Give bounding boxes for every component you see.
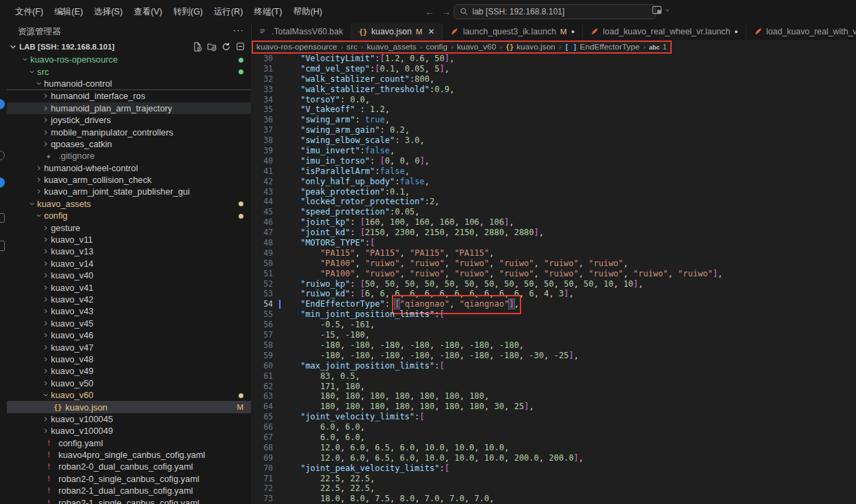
code-line-38[interactable]: 38 "swing_elbow_scale": 3.0,: [251, 135, 856, 146]
breadcrumb-item-1[interactable]: abc1: [649, 42, 667, 52]
code-line-70[interactable]: 70 "joint_peak_velocity_limits":[: [251, 463, 856, 474]
code-line-71[interactable]: 71 22.5, 22.5,: [251, 474, 856, 484]
menu-item-0[interactable]: 文件(F): [10, 4, 49, 20]
code-line-56[interactable]: 56 -0.5, -161,: [251, 320, 856, 330]
code-line-66[interactable]: 66 6.0, 6.0,: [251, 422, 856, 432]
folder-item-gesture[interactable]: gesture: [7, 221, 251, 233]
menu-item-4[interactable]: 转到(G): [168, 4, 208, 20]
menu-item-7[interactable]: 帮助(H): [287, 4, 327, 20]
code-line-45[interactable]: 45 "speed_protection":0.05,: [251, 207, 856, 217]
code-line-55[interactable]: 55 "min_joint_position_limits":[: [251, 309, 856, 320]
code-editor[interactable]: 30 "VelocityLimit":[1.2, 0.6, 50],31 "cm…: [251, 54, 856, 504]
close-icon[interactable]: ✕: [428, 27, 435, 36]
menu-item-5[interactable]: 运行(R): [208, 4, 248, 20]
new-folder-icon[interactable]: [207, 42, 217, 52]
code-line-41[interactable]: 41 "isParallelArm":false,: [251, 166, 856, 177]
folder-item-kuavo_v45[interactable]: kuavo_v45: [7, 318, 251, 329]
refresh-icon[interactable]: [221, 42, 231, 52]
breadcrumb-item-src[interactable]: src: [347, 42, 358, 52]
folder-item-kuavo_v100049[interactable]: kuavo_v100049: [7, 425, 251, 437]
menu-item-3[interactable]: 查看(V): [128, 4, 168, 20]
nav-back-icon[interactable]: ←: [425, 6, 435, 17]
folder-item-kuavo_v43[interactable]: kuavo_v43: [7, 305, 251, 317]
code-line-33[interactable]: 33 "walk_stablizer_threshold":0.9,: [251, 85, 856, 95]
dirty-dot-icon[interactable]: ●: [571, 28, 574, 35]
code-line-69[interactable]: 69 12.0, 6.0, 6.5, 6.0, 10.0, 10.0, 10.0…: [251, 453, 856, 463]
breadcrumb-item-kuavo_v60[interactable]: kuavo_v60: [457, 42, 496, 52]
code-line-31[interactable]: 31 "cmd_vel_step":[0.1, 0.05, 5],: [251, 64, 856, 74]
code-line-40[interactable]: 40 "imu_in_torso": [0, 0, 0],: [251, 156, 856, 166]
command-center-search[interactable]: lab [SSH: 192.168.8.101]: [454, 4, 656, 19]
menu-item-1[interactable]: 编辑(E): [49, 4, 89, 20]
collapse-all-icon[interactable]: [236, 42, 245, 52]
code-line-72[interactable]: 72 22.5, 22.5,: [251, 483, 856, 494]
code-line-73[interactable]: 73 18.0, 8.0, 7.5, 8.0, 7.0, 7.0, 7.0,: [251, 494, 856, 504]
code-line-46[interactable]: 46 "joint_kp": [160, 100, 160, 160, 106,…: [251, 217, 856, 228]
file-item-kuavo4pro_single_canbus_cofig.yaml[interactable]: !kuavo4pro_single_canbus_cofig.yaml: [7, 449, 251, 461]
code-line-30[interactable]: 30 "VelocityLimit":[1.2, 0.6, 50],: [251, 54, 856, 64]
code-line-35[interactable]: 35 "V_takeoff" : 1.2,: [251, 105, 856, 115]
dirty-dot-icon[interactable]: ●: [734, 28, 738, 35]
new-file-icon[interactable]: [193, 42, 202, 52]
code-line-50[interactable]: 50 "PA100", "ruiwo", "ruiwo", "ruiwo", "…: [251, 259, 856, 269]
code-line-67[interactable]: 67 6.0, 6.0,: [251, 432, 856, 443]
file-item-config.yaml[interactable]: !config.yaml: [7, 437, 251, 449]
code-line-43[interactable]: 43 "peak_protection":0.1,: [251, 187, 856, 197]
code-line-57[interactable]: 57 -15, -180,: [251, 330, 856, 340]
folder-item-src[interactable]: src: [7, 65, 251, 77]
nav-forward-icon[interactable]: →: [441, 6, 451, 17]
code-line-53[interactable]: 53 "ruiwo_kd": [6, 6, 6, 6, 6, 6, 6, 6, …: [251, 289, 856, 299]
code-line-51[interactable]: 51 "PA100", "ruiwo", "ruiwo", "ruiwo", "…: [251, 269, 856, 279]
editor-tab-load_kuavo_real_with_vr.launch[interactable]: load_kuavo_real_with_vr.launch: [747, 23, 856, 40]
code-line-61[interactable]: 61 83, 0.5,: [251, 371, 856, 382]
explorer-more-actions-button[interactable]: ···: [233, 25, 244, 35]
menu-item-6[interactable]: 终端(T): [248, 4, 287, 20]
file-item-roban2-1_single_canbus_cofig.yaml[interactable]: !roban2-1_single_canbus_cofig.yaml: [7, 496, 251, 504]
code-line-59[interactable]: 59 -180, -180, -180, -180, -180, -180, -…: [251, 351, 856, 361]
folder-item-kuavo_v46[interactable]: kuavo_v46: [7, 329, 251, 341]
folder-item-kuavo_v60[interactable]: kuavo_v60: [7, 389, 251, 401]
code-line-42[interactable]: 42 "only_half_up_body":false,: [251, 177, 856, 187]
folder-item-kuavo_v48[interactable]: kuavo_v48: [7, 353, 251, 365]
breadcrumb-item-kuavo_assets[interactable]: kuavo_assets: [366, 42, 416, 52]
code-line-62[interactable]: 62 171, 180,: [251, 382, 856, 392]
folder-item-kuavo_v13[interactable]: kuavo_v13: [7, 245, 251, 257]
folder-item-kuavo_v41[interactable]: kuavo_v41: [7, 281, 251, 293]
folder-item-kuavo_v49[interactable]: kuavo_v49: [7, 365, 251, 377]
folder-item-qpoases_catkin[interactable]: qpoases_catkin: [7, 138, 251, 150]
folder-item-kuavo_v14[interactable]: kuavo_v14: [7, 258, 251, 270]
folder-item-config[interactable]: config: [7, 210, 251, 221]
breadcrumb-item-kuavo-ros-opensource[interactable]: kuavo-ros-opensource: [256, 42, 337, 52]
folder-item-mobile_manipulator_controllers[interactable]: mobile_manipulator_controllers: [7, 126, 251, 138]
code-line-64[interactable]: 64 180, 180, 180, 180, 180, 180, 180, 30…: [251, 402, 856, 412]
code-line-63[interactable]: 63 180, 180, 180, 180, 180, 180, 180,: [251, 391, 856, 402]
code-line-52[interactable]: 52 "ruiwo_kp": [50, 50, 50, 50, 50, 50, …: [251, 279, 856, 289]
code-line-60[interactable]: 60 "max_joint_position_limits":[: [251, 361, 856, 371]
folder-item-kuavo_v11[interactable]: kuavo_v11: [7, 234, 251, 245]
breadcrumb-item-kuavo.json[interactable]: {}kuavo.json: [505, 42, 555, 52]
editor-tab-kuavo.json[interactable]: {}kuavo.jsonM✕: [351, 23, 443, 40]
menu-item-2[interactable]: 选择(S): [89, 4, 129, 20]
folder-item-humanoid_interface_ros[interactable]: humanoid_interface_ros: [7, 89, 251, 102]
editor-tab-.TotalMassV60.bak[interactable]: .TotalMassV60.bak: [252, 23, 351, 40]
breadcrumb-item-config[interactable]: config: [426, 42, 447, 52]
file-item-roban2-0_dual_canbus_cofig.yaml[interactable]: !roban2-0_dual_canbus_cofig.yaml: [7, 461, 251, 472]
editor-tab-load_kuavo_real_wheel_vr.launch[interactable]: load_kuavo_real_wheel_vr.launch●: [583, 23, 747, 40]
folder-item-kuavo_arm_collision_check[interactable]: kuavo_arm_collision_check: [7, 174, 251, 186]
code-line-68[interactable]: 68 12.0, 6.0, 6.5, 6.0, 10.0, 10.0, 10.0…: [251, 443, 856, 453]
folder-item-kuavo-ros-opensource[interactable]: kuavo-ros-opensource: [7, 54, 251, 65]
folder-item-humanoid-wheel-control[interactable]: humanoid-wheel-control: [7, 162, 251, 174]
folder-item-kuavo_v100045[interactable]: kuavo_v100045: [7, 413, 251, 425]
code-line-37[interactable]: 37 "swing_arm_gain": 0.2,: [251, 125, 856, 135]
customize-layout-button[interactable]: [652, 5, 671, 15]
file-item-roban2-0_single_canbus_cofig.yaml[interactable]: !roban2-0_single_canbus_cofig.yaml: [7, 473, 251, 485]
code-line-65[interactable]: 65 "joint_velocity_limits":[: [251, 412, 856, 422]
breadcrumb-item-EndEffectorType[interactable]: [ ]EndEffectorType: [564, 42, 639, 52]
folder-item-kuavo_v47[interactable]: kuavo_v47: [7, 341, 251, 353]
workspace-section-header[interactable]: LAB [SSH: 192.168.8.101]: [7, 40, 251, 54]
folder-item-kuavo_v42[interactable]: kuavo_v42: [7, 294, 251, 305]
editor-tab-launch_quest3_ik.launch[interactable]: launch_quest3_ik.launchM●: [443, 23, 582, 40]
code-line-44[interactable]: 44 "locked_rotor_protection":2,: [251, 197, 856, 207]
code-line-54[interactable]: 54 "EndEffectorType": ["qiangnao", "qian…: [251, 299, 856, 309]
folder-item-humanoid-control[interactable]: humanoid-control: [7, 78, 251, 89]
